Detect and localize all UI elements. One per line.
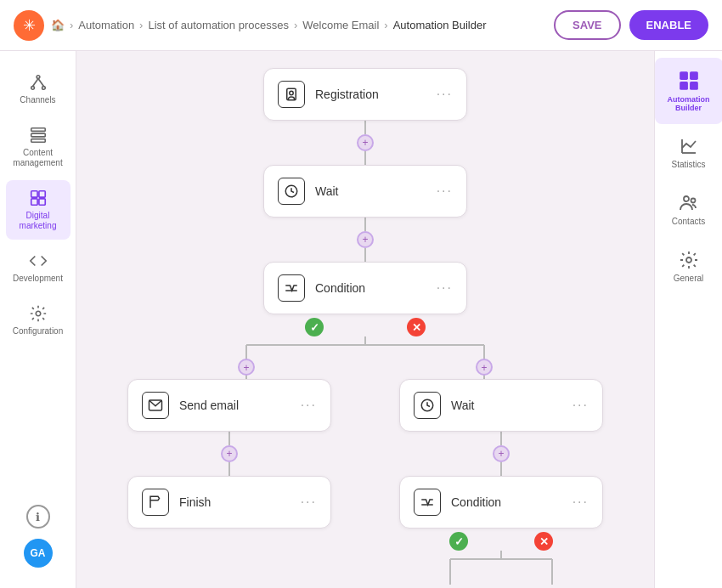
- sidebar-item-configuration[interactable]: Configuration: [6, 296, 71, 345]
- svg-point-12: [36, 311, 41, 316]
- connector-1: +: [357, 121, 374, 165]
- send-email-icon: [142, 392, 169, 419]
- right-nav-general[interactable]: General: [655, 238, 723, 295]
- right-nav-statistics[interactable]: Statistics: [655, 124, 723, 181]
- finish-label: Finish: [179, 495, 290, 509]
- add-node-1[interactable]: +: [357, 134, 374, 151]
- wait1-menu[interactable]: ···: [437, 184, 453, 199]
- canvas: Registration ··· + Wait ···: [76, 51, 654, 588]
- sidebar-label-content: Content management: [13, 148, 64, 168]
- svg-rect-6: [31, 133, 45, 137]
- svg-point-1: [31, 87, 34, 90]
- condition1-menu[interactable]: ···: [437, 280, 453, 296]
- svg-point-0: [37, 76, 40, 79]
- sidebar-item-digital[interactable]: Digital marketing: [6, 180, 71, 240]
- send-email-label: Send email: [179, 399, 290, 412]
- wait1-label: Wait: [315, 184, 426, 198]
- save-button[interactable]: SAVE: [554, 10, 620, 40]
- wait2-menu[interactable]: ···: [573, 398, 589, 413]
- registration-menu[interactable]: ···: [437, 87, 453, 102]
- flow-container: Registration ··· + Wait ···: [93, 68, 637, 585]
- channels-icon: [29, 73, 48, 92]
- breadcrumb-list[interactable]: List of automation processes: [148, 19, 288, 31]
- sidebar-item-development[interactable]: Development: [6, 243, 71, 292]
- digital-icon: [29, 189, 48, 207]
- node-condition1[interactable]: Condition ···: [263, 262, 467, 314]
- sidebar-label-digital: Digital marketing: [13, 211, 64, 231]
- finish-icon: [142, 489, 169, 516]
- development-icon: [29, 252, 48, 270]
- home-icon[interactable]: 🏠: [51, 19, 65, 31]
- node-finish[interactable]: Finish ···: [127, 476, 331, 529]
- condition1-icon: [278, 274, 305, 302]
- connector-2: +: [357, 218, 374, 262]
- svg-rect-34: [690, 82, 698, 90]
- logo-icon: ✳: [23, 16, 36, 35]
- svg-rect-10: [31, 199, 37, 205]
- svg-text:+: +: [243, 362, 249, 374]
- condition1-label: Condition: [315, 281, 426, 295]
- add-node-2[interactable]: +: [357, 231, 374, 248]
- wait2-label: Wait: [451, 399, 562, 412]
- node-wait2[interactable]: Wait ···: [399, 379, 603, 432]
- svg-point-2: [42, 87, 45, 90]
- condition2-icon: [414, 489, 441, 516]
- svg-line-4: [38, 78, 43, 86]
- sidebar-label-development: Development: [13, 274, 63, 284]
- registration-label: Registration: [315, 88, 426, 101]
- sidebar-label-channels: Channels: [20, 95, 55, 105]
- logo: ✳: [14, 10, 44, 41]
- header: ✳ 🏠 › Automation › List of automation pr…: [0, 0, 722, 51]
- left-sidebar: Channels Content management Digital mark…: [0, 51, 76, 588]
- right-label-automation: Automation Builder: [662, 95, 716, 112]
- svg-rect-32: [690, 71, 698, 80]
- nav-bottom: ℹ GA: [24, 505, 53, 574]
- svg-point-38: [691, 199, 695, 203]
- sidebar-item-content[interactable]: Content management: [6, 117, 71, 177]
- right-label-statistics: Statistics: [671, 160, 705, 169]
- enable-button[interactable]: ENABLE: [629, 10, 708, 40]
- svg-rect-8: [31, 191, 37, 197]
- node-wait1[interactable]: Wait ···: [263, 165, 467, 218]
- node-registration[interactable]: Registration ···: [263, 68, 467, 121]
- branch-row-1: Send email ··· +: [127, 379, 603, 585]
- svg-rect-9: [38, 191, 44, 197]
- svg-text:+: +: [481, 362, 487, 374]
- breadcrumb: 🏠 › Automation › List of automation proc…: [51, 19, 547, 31]
- svg-rect-31: [680, 71, 688, 80]
- breadcrumb-email[interactable]: Welcome Email: [302, 19, 379, 31]
- right-nav-contacts[interactable]: Contacts: [655, 181, 723, 238]
- add-node-left[interactable]: +: [221, 445, 238, 462]
- info-button[interactable]: ℹ: [26, 505, 50, 529]
- svg-line-3: [32, 78, 37, 86]
- wait2-icon: [414, 392, 441, 419]
- configuration-icon: [29, 304, 48, 323]
- right-sidebar: Automation Builder Statistics Contacts G…: [654, 51, 722, 588]
- svg-rect-33: [680, 82, 688, 90]
- wait1-icon: [278, 178, 305, 205]
- condition1-true-badge: ✓: [305, 318, 324, 336]
- automation-builder-icon: [678, 70, 700, 92]
- node-send-email[interactable]: Send email ···: [127, 379, 331, 432]
- user-avatar[interactable]: GA: [24, 539, 53, 568]
- sidebar-item-channels[interactable]: Channels: [6, 65, 71, 114]
- svg-point-39: [686, 257, 691, 263]
- breadcrumb-automation[interactable]: Automation: [78, 19, 134, 31]
- send-email-menu[interactable]: ···: [301, 398, 317, 413]
- right-label-general: General: [674, 274, 704, 283]
- breadcrumb-current: Automation Builder: [393, 19, 487, 31]
- registration-icon: [278, 81, 305, 108]
- condition2-menu[interactable]: ···: [573, 495, 589, 510]
- sidebar-label-configuration: Configuration: [13, 326, 63, 336]
- condition2-true-badge: ✓: [449, 532, 468, 551]
- svg-point-14: [290, 91, 294, 95]
- node-condition2[interactable]: Condition ···: [399, 476, 603, 529]
- add-node-right[interactable]: +: [493, 445, 510, 462]
- content-icon: [29, 126, 48, 144]
- main-layout: Channels Content management Digital mark…: [0, 51, 722, 588]
- finish-menu[interactable]: ···: [301, 495, 317, 510]
- condition2-label: Condition: [451, 495, 562, 509]
- svg-rect-5: [31, 128, 45, 132]
- right-nav-automation-builder[interactable]: Automation Builder: [655, 58, 723, 124]
- right-label-contacts: Contacts: [672, 217, 705, 226]
